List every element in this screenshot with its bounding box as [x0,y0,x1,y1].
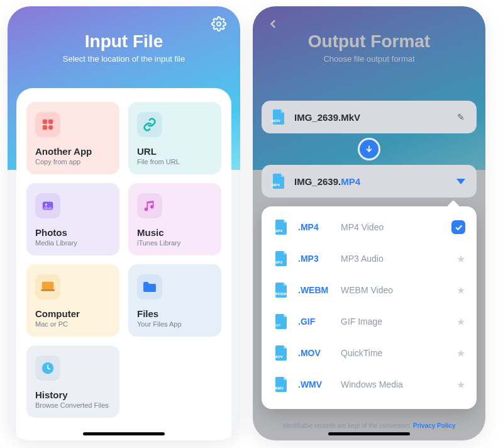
output-file-name: IMG_2639.MP4 [294,176,448,187]
home-indicator[interactable] [83,432,165,435]
format-dropdown: MP4.MP4MP4 VideoMP3.MP3MP3 Audio★WEBM.WE… [262,206,477,409]
tile-photos[interactable]: Photos Media Library [26,183,119,255]
tile-subtitle: Mac or PC [35,320,111,328]
tile-title: URL [137,146,213,157]
folder-icon [137,274,162,300]
file-icon: MOV [270,108,288,126]
file-icon: MP3 [273,250,290,267]
tile-music[interactable]: Music iTunes Library [128,183,221,255]
file-icon: MP4 [270,172,288,190]
svg-rect-8 [41,289,55,291]
input-file-name: IMG_2639.MkV [294,112,448,123]
svg-rect-3 [43,125,47,130]
tile-subtitle: File from URL [137,158,213,165]
format-option-mp3[interactable]: MP3.MP3MP3 Audio★ [262,243,477,274]
music-icon [137,193,162,218]
star-icon[interactable]: ★ [456,347,465,359]
page-title: Input File [8,31,240,52]
output-file-card[interactable]: MP4 IMG_2639.MP4 [262,165,477,198]
tile-url[interactable]: URL File from URL [128,102,221,174]
input-file-screen: Input File Select the location of the in… [8,6,240,440]
tile-title: Photos [35,227,111,238]
format-name: Windows Media [341,379,449,389]
format-dropdown-toggle[interactable] [454,174,468,188]
file-badge: MOV [272,119,280,123]
home-indicator[interactable] [328,432,410,435]
tile-title: Computer [35,308,111,319]
tile-title: Files [137,308,213,319]
format-option-mov[interactable]: MOV.MOVQuickTime★ [262,337,477,369]
tile-computer[interactable]: Computer Mac or PC [26,264,119,337]
source-grid: Another App Copy from app URL File from … [26,102,221,418]
privacy-link[interactable]: Privacy Policy [413,422,456,429]
clock-icon [35,356,60,381]
file-icon: MP4 [273,218,290,236]
file-icon: GIF [273,313,290,330]
format-name: QuickTime [341,348,449,358]
file-icon: WEBM [273,281,290,299]
format-name: MP3 Audio [341,254,449,264]
computer-icon [35,274,60,300]
format-option-gif[interactable]: GIF.GIFGIF Image★ [262,306,477,337]
input-file-card[interactable]: MOV IMG_2639.MkV ✎ [262,101,477,133]
format-ext: .MP3 [298,254,333,264]
format-option-wmv[interactable]: WMV.WMVWindows Media★ [262,369,477,400]
star-icon[interactable]: ★ [456,316,465,328]
tile-files[interactable]: Files Your Files App [128,264,221,337]
file-icon: MOV [273,344,290,362]
format-ext: .GIF [298,316,333,327]
edit-button[interactable]: ✎ [454,110,468,124]
source-sheet: Another App Copy from app URL File from … [16,88,231,440]
svg-rect-1 [43,120,47,124]
header: Input File Select the location of the in… [8,6,240,64]
chevron-down-icon [456,179,465,184]
format-name: WEBM Video [341,285,449,295]
arrow-down-icon [360,140,379,159]
format-name: MP4 Video [341,222,444,232]
tile-history[interactable]: History Browse Converted Files [26,345,119,418]
photo-icon [35,193,60,218]
format-ext: .MP4 [298,222,333,232]
svg-rect-2 [48,120,53,124]
file-icon: WMV [273,376,290,393]
format-ext: .MOV [298,348,333,358]
tile-subtitle: iTunes Library [137,239,213,247]
page-subtitle: Select the location of the input file [8,54,240,64]
check-icon [451,220,465,234]
star-icon[interactable]: ★ [456,284,465,296]
apps-icon [35,112,60,137]
tile-subtitle: Your Files App [137,320,213,328]
format-ext: .WEBM [298,285,333,295]
svg-rect-7 [42,282,53,289]
star-icon[interactable]: ★ [456,379,465,391]
tile-another-app[interactable]: Another App Copy from app [26,102,119,174]
output-format-screen: Output Format Choose file output format … [253,6,485,440]
tile-title: Another App [35,146,111,157]
link-icon [137,112,162,137]
tile-title: Music [137,227,213,238]
format-sheet: MOV IMG_2639.MkV ✎ MP4 IMG_2639.MP4 MP4.… [262,101,477,440]
file-badge: MP4 [272,183,280,187]
format-ext: .WMV [298,379,333,389]
tile-title: History [35,389,111,400]
format-name: GIF Image [341,316,449,327]
dropdown-notch [447,200,460,213]
tile-subtitle: Copy from app [35,158,111,165]
svg-rect-4 [48,125,53,130]
svg-point-6 [45,204,47,206]
star-icon[interactable]: ★ [456,253,465,265]
tile-subtitle: Media Library [35,239,111,247]
tile-subtitle: Browse Converted Files [35,401,111,409]
format-option-mp4[interactable]: MP4.MP4MP4 Video [262,211,477,243]
footer-note: identifiable records are kept of the con… [253,422,485,429]
format-option-webm[interactable]: WEBM.WEBMWEBM Video★ [262,274,477,306]
